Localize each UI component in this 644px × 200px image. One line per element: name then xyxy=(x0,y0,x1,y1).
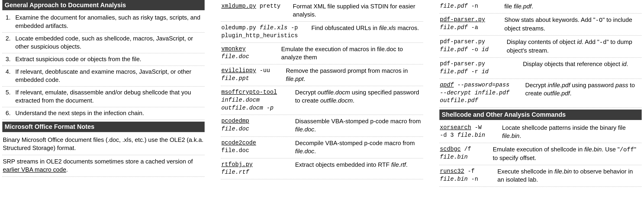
text-segment: -n xyxy=(468,176,478,182)
command-row: qpdf --password=pass --decrypt infile.pd… xyxy=(440,79,642,108)
command-cell: pcodedmp file.doc xyxy=(221,117,288,133)
command-link[interactable]: runsc32 xyxy=(440,168,464,175)
command-link[interactable]: pcodedmp xyxy=(221,118,249,124)
text-segment: . Use " xyxy=(602,146,620,153)
command-row: xmldump.py prettyFormat XML file supplie… xyxy=(221,0,423,22)
column-middle: xmldump.py prettyFormat XML file supplie… xyxy=(221,0,423,187)
command-row: evilclippy -uu file.pptRemove the passwo… xyxy=(221,64,423,86)
description-cell: Decrypt infile.pdf using password pass t… xyxy=(525,81,641,97)
text-segment: file.ppt xyxy=(286,75,304,82)
text-segment: infile.pdf xyxy=(548,82,570,89)
command-cell: msoffcrypto-tool infile.docm outfile.doc… xyxy=(221,88,288,112)
command-cell: xmldump.py pretty xyxy=(221,2,286,10)
text-segment: -O xyxy=(595,17,602,24)
text-segment: -o xyxy=(468,46,482,53)
text-segment: Decompile VBA-stomped p-code macro from xyxy=(295,140,415,147)
text-segment: file.pdf xyxy=(514,3,532,10)
step-item: Locate embedded code, such as shellcode,… xyxy=(2,33,204,53)
text-segment: file.bin xyxy=(554,168,572,175)
text-segment: id xyxy=(482,46,488,53)
text-segment: . xyxy=(406,161,408,168)
link-earlier-vba[interactable]: earlier VBA macro code xyxy=(3,166,66,173)
command-cell: oledump.py file.xls -p plugin_http_heuri… xyxy=(221,24,305,40)
text-segment: Emulate execution of shellcode in xyxy=(493,146,584,153)
column-left: General Approach to Document Analysis Ex… xyxy=(2,0,204,187)
text-segment: pass xyxy=(616,82,628,89)
text-segment: Display objects that reference object xyxy=(523,60,622,67)
command-cell: file.pdf -n xyxy=(440,2,498,10)
text-segment: file.doc xyxy=(221,126,249,132)
text-segment: file.doc xyxy=(295,126,314,133)
description-cell: Decrypt outfile.docm using specified pas… xyxy=(295,88,423,105)
command-row: scdbgc /f file.binEmulate execution of s… xyxy=(440,143,642,165)
step-item: If relevant, emulate, disassemble and/or… xyxy=(2,86,204,107)
command-link[interactable]: qpdf xyxy=(440,82,454,88)
text-segment: file.bin xyxy=(440,154,468,160)
command-cell: xorsearch -W -d 3 file.bin xyxy=(440,124,496,140)
step-item: Understand the next steps in the infecti… xyxy=(2,107,204,120)
description-cell: Remove the password prompt from macros i… xyxy=(286,67,423,83)
command-cell: pcode2code file.doc xyxy=(221,139,288,155)
command-row: pcode2code file.docDecompile VBA-stomped… xyxy=(221,137,423,158)
command-cell: runsc32 -f file.bin -n xyxy=(440,167,491,183)
text-segment: file.pdf xyxy=(440,24,468,31)
command-link[interactable]: pcode2code xyxy=(221,140,256,146)
command-link[interactable]: vmonkey xyxy=(221,46,246,52)
command-link[interactable]: evilclippy xyxy=(221,67,256,74)
text-segment: . xyxy=(570,90,572,97)
text-segment: file.rtf xyxy=(391,161,406,168)
text-segment: file.bin xyxy=(440,176,468,182)
command-row: msoffcrypto-tool infile.docm outfile.doc… xyxy=(221,86,423,115)
command-link[interactable]: pdf-parser.py xyxy=(440,16,485,23)
description-cell: Execute shellcode in file.bin to observe… xyxy=(498,167,641,184)
text-segment: . xyxy=(314,148,316,155)
description-cell: Decompile VBA-stomped p-code macro from … xyxy=(295,139,423,155)
text-segment: file.bin xyxy=(584,146,602,153)
text-segment: file.ppt xyxy=(221,75,249,82)
text-segment: Remove the password prompt from macros i… xyxy=(286,67,408,74)
text-segment: /f xyxy=(461,146,471,153)
text-segment: . Add " xyxy=(582,38,600,45)
text-segment: Show stats about keywords. Add " xyxy=(504,16,595,23)
command-row: vmonkey file.docEmulate the execution of… xyxy=(221,43,423,64)
text-segment: . xyxy=(353,97,354,104)
command-link[interactable]: scdbgc xyxy=(440,146,461,153)
command-row: file.pdf -nfile file.pdf. xyxy=(440,0,642,14)
text-segment: Execute shellcode in xyxy=(498,168,554,175)
text-segment: pdf-parser.py xyxy=(440,60,485,67)
text-segment: Disassemble VBA-stomped p-code macro fro… xyxy=(295,118,421,125)
command-link[interactable]: msoffcrypto-tool xyxy=(221,89,277,95)
text-segment: outfile.pdf xyxy=(544,90,570,97)
description-cell: Display objects that reference object id… xyxy=(523,60,641,68)
text-segment: file.bin xyxy=(502,132,520,139)
text-segment: Find obfuscated URLs in xyxy=(311,24,379,31)
text-segment: . xyxy=(626,60,628,67)
command-link[interactable]: xmldump.py xyxy=(221,3,256,10)
command-cell: scdbgc /f file.bin xyxy=(440,145,486,161)
text-segment: file.xls xyxy=(379,24,396,31)
text-segment: id xyxy=(482,68,488,75)
text-segment: file.xls xyxy=(260,24,288,31)
text-segment: Decrypt xyxy=(525,82,548,89)
text-segment: -a xyxy=(468,24,478,31)
command-row: rtfobj.py file.rtfExtract objects embedd… xyxy=(221,158,423,179)
description-cell: Display contents of object id. Add "-d" … xyxy=(507,38,641,55)
description-cell: Find obfuscated URLs in file.xls macros. xyxy=(311,24,423,32)
command-link[interactable]: xorsearch xyxy=(440,124,471,131)
text-segment: file.doc xyxy=(221,147,249,154)
text-segment: outfile.docm xyxy=(320,97,352,104)
command-row: xorsearch -W -d 3 file.binLocate shellco… xyxy=(440,121,642,143)
text-segment: . xyxy=(532,3,533,10)
text-segment: Emulate the execution of macros in file.… xyxy=(281,46,403,61)
description-cell: Locate shellcode patterns inside the bin… xyxy=(502,124,641,140)
text-segment: Display contents of object xyxy=(507,38,577,45)
command-link[interactable]: rtfobj.py xyxy=(221,161,253,168)
text-segment: Locate shellcode patterns inside the bin… xyxy=(502,124,626,131)
text-segment: -n xyxy=(468,3,478,10)
text-segment: file xyxy=(504,3,514,10)
text-segment: file.pdf xyxy=(440,46,468,53)
text-segment: infile.docm outfile.docm -p xyxy=(221,97,274,111)
command-row: pdf-parser.py file.pdf -aShow stats abou… xyxy=(440,14,642,36)
text-segment: id xyxy=(577,38,582,45)
text-segment: file.pdf xyxy=(440,68,468,75)
